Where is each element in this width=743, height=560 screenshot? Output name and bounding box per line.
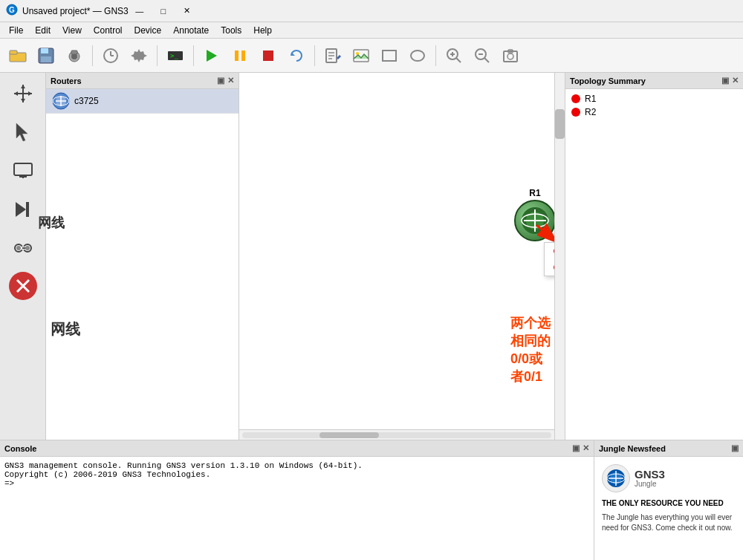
maximize-button[interactable]: □ [152, 4, 175, 19]
stop-all-button[interactable] [255, 42, 282, 69]
svg-marker-43 [21, 99, 25, 102]
preferences-button[interactable] [126, 42, 152, 69]
console-panel-header: Console ▣ ✕ [0, 440, 594, 457]
svg-point-38 [507, 53, 513, 59]
image-button[interactable] [348, 42, 374, 69]
r1-label: R1 [529, 188, 540, 198]
disconnect-button[interactable] [9, 272, 37, 300]
topo-label-r1: R1 [585, 94, 596, 104]
menu-item-view[interactable]: View [56, 24, 88, 37]
topo-dot-r1 [571, 94, 580, 103]
topo-item-r1[interactable]: R1 [568, 92, 740, 105]
suspend-all-button[interactable] [227, 42, 253, 69]
svg-rect-17 [235, 51, 239, 61]
menu-item-help[interactable]: Help [247, 24, 278, 37]
titlebar: G Unsaved project* — GNS3 — □ ✕ [0, 0, 743, 22]
r1-icon[interactable] [514, 200, 554, 241]
svg-rect-28 [383, 51, 396, 61]
jungle-logo-texts: GNS3 Jungle [635, 469, 665, 488]
pointer-button[interactable] [5, 114, 41, 150]
router-item-c3725[interactable]: c3725 [46, 89, 239, 114]
screenshot-button[interactable] [497, 42, 524, 69]
topology-panel-float-btn[interactable]: ▣ [721, 76, 729, 85]
router-r1[interactable]: R1 [514, 188, 554, 241]
menu-item-tools[interactable]: Tools [215, 24, 247, 37]
reload-button[interactable] [283, 42, 310, 69]
menu-item-edit[interactable]: Edit [29, 24, 56, 37]
routers-panel-header: Routers ▣ ✕ [46, 73, 239, 89]
topology-panel-close-btn[interactable]: ✕ [732, 76, 739, 85]
interface-dropdown: FastEthernet0/0 FastEthernet0/1 [544, 242, 554, 276]
jungle-panel-float-btn[interactable]: ▣ [731, 443, 739, 453]
toolbar: >_ [0, 39, 743, 73]
open-folder-button[interactable] [4, 42, 31, 69]
jungle-content: GNS3 Jungle THE ONLY RESOURCE YOU NEED T… [594, 457, 743, 560]
link-devices-button[interactable] [5, 230, 41, 266]
toolbar-separator-5 [435, 45, 436, 66]
routers-panel-close-btn[interactable]: ✕ [227, 76, 234, 85]
save-button[interactable] [33, 42, 59, 69]
v-scrollbar-thumb[interactable] [555, 109, 565, 139]
start-all-button[interactable] [198, 42, 225, 69]
topology-panel: Topology Summary ▣ ✕ R1 R2 [565, 73, 743, 440]
toolbar-separator-3 [193, 45, 194, 66]
topo-item-r2[interactable]: R2 [568, 105, 740, 119]
svg-rect-50 [26, 202, 29, 217]
menu-item-file[interactable]: File [3, 24, 29, 37]
svg-marker-45 [28, 91, 32, 96]
svg-rect-5 [41, 48, 48, 53]
topology-panel-title: Topology Summary [570, 76, 646, 85]
jungle-panel-title: Jungle Newsfeed [599, 444, 666, 453]
jungle-logo-text: GNS3 [635, 469, 665, 480]
console-content[interactable]: GNS3 management console. Running GNS3 ve… [0, 457, 594, 560]
console-panel-float-btn[interactable]: ▣ [572, 443, 580, 453]
close-button[interactable]: ✕ [176, 4, 198, 19]
snapshot-button[interactable] [61, 42, 88, 69]
svg-marker-42 [21, 85, 25, 88]
routers-panel-controls: ▣ ✕ [217, 76, 234, 85]
svg-line-33 [456, 58, 461, 62]
menu-item-annotate[interactable]: Annotate [167, 24, 215, 37]
monitor-button[interactable] [5, 153, 41, 189]
ellipse-button[interactable] [404, 42, 431, 69]
svg-rect-9 [71, 51, 77, 54]
router-icon [52, 92, 70, 110]
jungle-panel: Jungle Newsfeed ▣ GNS3 Jung [594, 440, 743, 560]
app-icon: G [6, 4, 18, 18]
iface-item-fe00[interactable]: FastEthernet0/0 [545, 243, 554, 259]
minimize-button[interactable]: — [129, 4, 151, 19]
console-button[interactable]: >_ [162, 42, 189, 69]
jungle-logo-sub: Jungle [635, 480, 665, 488]
router-name: c3725 [74, 96, 99, 106]
zoom-out-button[interactable] [469, 42, 496, 69]
arrow-r1-dropdown [239, 73, 554, 429]
routers-panel-title: Routers [51, 76, 82, 85]
canvas-scrollbar-h[interactable] [239, 429, 554, 440]
zoom-in-button[interactable] [441, 42, 467, 69]
menu-item-control[interactable]: Control [88, 24, 129, 37]
routers-list: c3725 [46, 89, 239, 440]
canvas-area[interactable]: R1 R2 [239, 73, 554, 429]
history-button[interactable] [97, 42, 124, 69]
rect-button[interactable] [376, 42, 403, 69]
annotation-text: 两个选相同的0/0或者0/1 [510, 314, 554, 385]
step-button[interactable] [5, 192, 41, 227]
toolbar-separator-4 [314, 45, 315, 66]
menu-item-device[interactable]: Device [129, 24, 168, 37]
svg-rect-47 [14, 163, 32, 175]
console-panel-title: Console [4, 444, 36, 453]
routers-panel: Routers ▣ ✕ [46, 73, 239, 440]
console-panel-close-btn[interactable]: ✕ [583, 443, 589, 453]
routers-panel-float-btn[interactable]: ▣ [217, 76, 224, 85]
iface-dot-fe00 [554, 247, 554, 255]
canvas-scrollbar-v[interactable] [554, 73, 565, 440]
svg-line-36 [484, 58, 489, 62]
edit-button[interactable] [319, 42, 346, 69]
iface-item-fe01[interactable]: FastEthernet0/1 [545, 259, 554, 276]
pan-button[interactable] [5, 76, 41, 111]
h-scrollbar-thumb[interactable] [319, 432, 379, 438]
svg-text:G: G [9, 6, 15, 14]
jungle-logo: GNS3 Jungle [602, 464, 736, 492]
jungle-logo-icon [602, 464, 630, 492]
svg-rect-3 [10, 51, 17, 54]
